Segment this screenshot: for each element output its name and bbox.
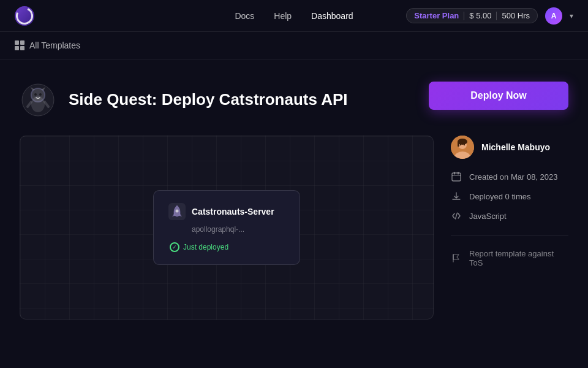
- plan-cost: $ 5.00: [469, 11, 491, 20]
- meta-created-text: Created on Mar 08, 2023: [469, 172, 558, 182]
- service-status: ✓ Just deployed: [170, 242, 285, 252]
- flag-icon: [451, 253, 462, 264]
- canvas-panel: Catstronauts-Server apollographql-... ✓ …: [20, 136, 434, 320]
- svg-point-5: [34, 93, 37, 96]
- navbar: Docs Help Dashboard Starter Plan $ 5.00 …: [0, 0, 588, 32]
- author-row: Michelle Mabuyo: [451, 136, 568, 159]
- plan-divider: [464, 12, 464, 20]
- nav-help[interactable]: Help: [274, 11, 292, 21]
- svg-point-6: [39, 93, 42, 96]
- main-content: Catstronauts-Server apollographql-... ✓ …: [0, 136, 588, 320]
- deploy-now-button[interactable]: Deploy Now: [429, 82, 568, 110]
- download-icon: [451, 191, 462, 202]
- meta-deployed: Deployed 0 times: [451, 191, 568, 202]
- plan-hours: 500 Hrs: [502, 11, 530, 20]
- plan-divider2: [496, 12, 497, 20]
- status-check-icon: ✓: [170, 242, 179, 252]
- service-card-header: Catstronauts-Server: [168, 203, 285, 220]
- service-card: Catstronauts-Server apollographql-... ✓ …: [153, 190, 300, 265]
- svg-point-18: [464, 144, 465, 145]
- svg-rect-16: [458, 142, 459, 147]
- nav-dashboard[interactable]: Dashboard: [311, 11, 353, 21]
- nav-links: Docs Help Dashboard: [235, 11, 353, 21]
- meta-divider: [451, 235, 568, 236]
- status-label: Just deployed: [183, 243, 228, 251]
- service-description: apollographql-...: [192, 225, 285, 234]
- svg-point-11: [176, 210, 179, 213]
- meta-list: Created on Mar 08, 2023 Deployed 0 times: [451, 171, 568, 267]
- breadcrumb[interactable]: All Templates: [15, 40, 573, 50]
- plan-badge[interactable]: Starter Plan $ 5.00 500 Hrs: [406, 8, 538, 23]
- nav-docs[interactable]: Docs: [235, 11, 254, 21]
- grid-icon: [15, 40, 24, 50]
- hapi-logo: [20, 82, 56, 118]
- meta-language-text: JavaScript: [469, 212, 507, 221]
- service-icon: [168, 203, 186, 220]
- logo-icon: [15, 6, 34, 26]
- hero-left: Side Quest: Deploy Catstronauts API: [20, 82, 348, 118]
- chevron-down-icon[interactable]: ▾: [570, 12, 573, 20]
- service-name: Catstronauts-Server: [192, 207, 274, 217]
- logo[interactable]: [15, 6, 34, 26]
- calendar-icon: [451, 171, 462, 182]
- svg-point-17: [460, 144, 461, 145]
- code-icon: [451, 210, 462, 221]
- plan-name: Starter Plan: [414, 11, 459, 20]
- hero-section: Side Quest: Deploy Catstronauts API Depl…: [0, 59, 588, 136]
- meta-created: Created on Mar 08, 2023: [451, 171, 568, 182]
- meta-report-text[interactable]: Report template against ToS: [469, 249, 568, 267]
- svg-point-2: [32, 89, 44, 101]
- author-avatar: [451, 136, 474, 159]
- right-panel: Michelle Mabuyo Created on Mar 08, 2023: [434, 136, 568, 320]
- breadcrumb-label: All Templates: [29, 40, 80, 50]
- nav-right: Starter Plan $ 5.00 500 Hrs A ▾: [406, 7, 573, 25]
- page-title: Side Quest: Deploy Catstronauts API: [69, 90, 348, 109]
- meta-language: JavaScript: [451, 210, 568, 221]
- breadcrumb-bar: All Templates: [0, 32, 588, 59]
- meta-deployed-text: Deployed 0 times: [469, 192, 530, 201]
- meta-report[interactable]: Report template against ToS: [451, 249, 568, 267]
- svg-rect-19: [452, 173, 461, 181]
- author-name: Michelle Mabuyo: [481, 142, 550, 152]
- avatar[interactable]: A: [545, 7, 562, 25]
- svg-line-23: [456, 213, 458, 219]
